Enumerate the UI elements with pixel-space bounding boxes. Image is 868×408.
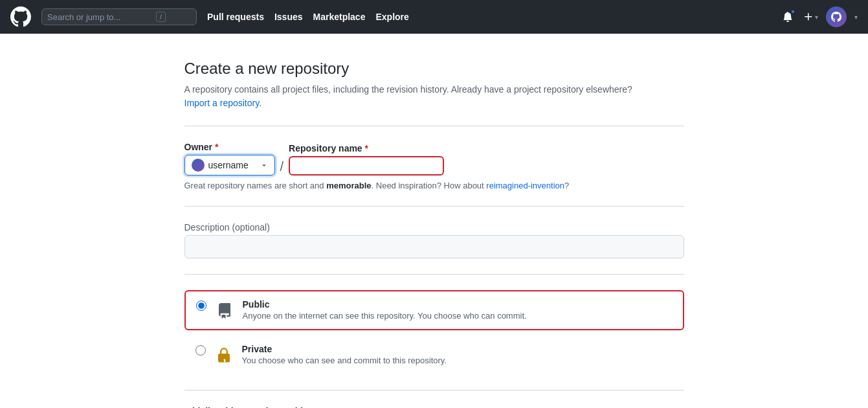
notification-dot: [790, 9, 796, 14]
owner-label: Owner *: [184, 142, 275, 152]
repo-name-required-star: *: [365, 143, 368, 153]
owner-repo-row: Owner * username / Repository name *: [184, 142, 684, 176]
public-option[interactable]: Public Anyone on the internet can see th…: [184, 290, 684, 330]
nav-pull-requests[interactable]: Pull requests: [207, 12, 264, 22]
slash-separator: /: [280, 160, 284, 173]
description-label: Description (optional): [184, 222, 684, 232]
section-divider-4: [184, 390, 684, 391]
repo-name-input[interactable]: [289, 156, 444, 176]
private-icon: [214, 345, 234, 366]
owner-display-name: username: [208, 160, 256, 170]
page-subtitle: A repository contains all project files,…: [184, 83, 684, 110]
repo-name-group: Repository name *: [289, 143, 444, 176]
owner-chevron-icon: [260, 161, 268, 169]
kbd-slash: /: [156, 12, 166, 22]
main-content: Create a new repository A repository con…: [169, 60, 700, 408]
user-avatar[interactable]: [826, 6, 847, 27]
navbar-right: ▾ ▾: [780, 6, 858, 27]
visibility-section: Public Anyone on the internet can see th…: [184, 290, 684, 374]
private-text: Private You choose who can see and commi…: [242, 344, 673, 365]
import-repo-link[interactable]: Import a repository.: [184, 98, 262, 108]
private-radio[interactable]: [195, 345, 206, 356]
owner-avatar-small: [192, 159, 205, 172]
repo-name-hint: Great repository names are short and mem…: [184, 181, 684, 190]
owner-repo-section: Owner * username / Repository name *: [184, 142, 684, 190]
description-section: Description (optional): [184, 222, 684, 258]
github-logo[interactable]: [10, 6, 31, 27]
public-text: Public Anyone on the internet can see th…: [243, 299, 673, 321]
search-bar[interactable]: /: [41, 8, 197, 25]
owner-required-star: *: [215, 142, 218, 152]
section-divider: [184, 126, 684, 126]
nav-issues[interactable]: Issues: [274, 12, 303, 22]
suggestion-link[interactable]: reimagined-invention: [486, 181, 564, 190]
public-radio[interactable]: [196, 300, 206, 311]
avatar-chevron: ▾: [854, 14, 858, 21]
navbar: / Pull requests Issues Marketplace Explo…: [0, 0, 868, 34]
owner-dropdown[interactable]: username: [184, 155, 275, 176]
search-input[interactable]: [47, 12, 151, 22]
main-nav: Pull requests Issues Marketplace Explore: [207, 12, 770, 22]
notifications-button[interactable]: [780, 9, 796, 25]
section-divider-2: [184, 206, 684, 207]
repo-name-label: Repository name *: [289, 143, 444, 153]
description-input[interactable]: [184, 235, 684, 258]
private-option[interactable]: Private You choose who can see and commi…: [184, 335, 684, 374]
section-divider-3: [184, 274, 684, 275]
plus-chevron: ▾: [815, 14, 818, 21]
public-icon: [214, 300, 235, 321]
owner-group: Owner * username: [184, 142, 275, 176]
create-new-button[interactable]: ▾: [803, 12, 818, 22]
page-title: Create a new repository: [184, 60, 684, 78]
nav-marketplace[interactable]: Marketplace: [313, 12, 366, 22]
nav-explore[interactable]: Explore: [375, 12, 408, 22]
